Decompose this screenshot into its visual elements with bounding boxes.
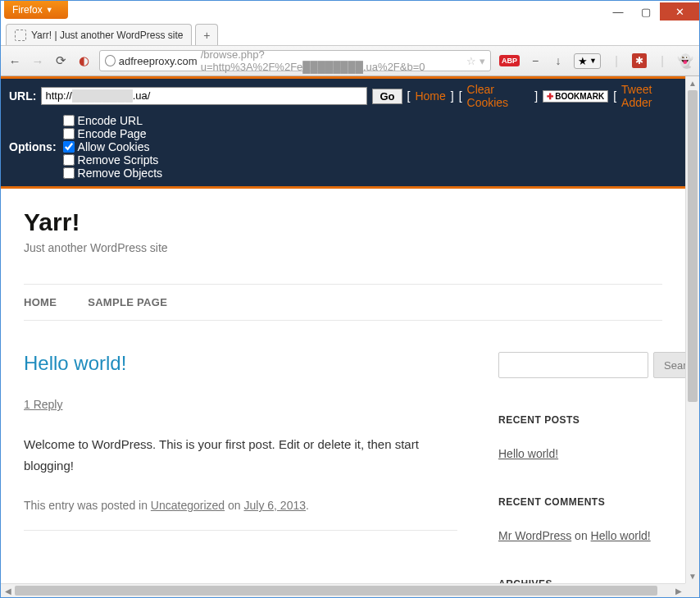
recent-posts-heading: RECENT POSTS [498, 414, 662, 426]
url-label: URL: [9, 89, 36, 103]
site-title[interactable]: Yarr! [24, 208, 662, 236]
comment-post-link[interactable]: Hello world! [591, 529, 651, 542]
tab-title: Yarr! | Just another WordPress site [31, 30, 183, 41]
category-link[interactable]: Uncategorized [151, 499, 225, 512]
reply-link[interactable]: 1 Reply [24, 398, 62, 411]
vertical-scrollbar[interactable]: ▲ ▼ [685, 76, 699, 583]
scroll-left-icon[interactable]: ◀ [1, 584, 15, 597]
search-button[interactable]: Search [653, 352, 685, 378]
chevron-down-icon: ▼ [46, 6, 53, 14]
adblock-icon[interactable]: ABP [499, 55, 520, 66]
tab-bar: Yarr! | Just another WordPress site + [1, 22, 699, 45]
maximize-button[interactable]: ▢ [632, 2, 660, 21]
checkbox[interactable] [63, 115, 75, 126]
browser-tab[interactable]: Yarr! | Just another WordPress site [6, 24, 192, 45]
address-bar[interactable]: adfreeproxy.com/browse.php?u=http%3A%2F%… [99, 50, 491, 71]
search-input[interactable] [498, 352, 648, 378]
go-button[interactable]: Go [372, 89, 402, 104]
recent-comment: Mr WordPress on Hello world! [498, 529, 662, 542]
back-button[interactable]: ← [7, 53, 22, 68]
post-title[interactable]: Hello world! [24, 352, 457, 375]
favicon-icon [15, 30, 26, 41]
recent-post-link[interactable]: Hello world! [498, 447, 662, 460]
extension-icon[interactable]: ◐ [76, 53, 91, 68]
address-path: /browse.php?u=http%3A%2F%2Fe████████.ua%… [201, 48, 460, 73]
checkbox[interactable] [63, 128, 75, 139]
checkbox-label: Encode URL [78, 114, 143, 127]
close-button[interactable]: ✕ [660, 2, 699, 21]
page-content: Yarr! Just another WordPress site HOME S… [1, 189, 685, 583]
option-remove-scripts[interactable]: Remove Scripts [63, 153, 162, 167]
bookmark-button[interactable]: ✚BOOKMARK [543, 90, 608, 103]
bookmark-star-icon[interactable]: ☆ [466, 55, 476, 67]
checkbox[interactable] [63, 141, 75, 153]
scrollbar-thumb[interactable] [688, 90, 698, 402]
proxy-home-link[interactable]: Home [415, 89, 445, 103]
post-footer: This entry was posted in Uncategorized o… [24, 499, 457, 531]
proxy-toolbar: URL: http://████████.ua/ Go [Home] [Clea… [1, 76, 685, 189]
option-allow-cookies[interactable]: Allow Cookies [63, 140, 162, 153]
navigation-toolbar: ← → ⟳ ◐ adfreeproxy.com/browse.php?u=htt… [1, 45, 699, 76]
firefox-menu-button[interactable]: Firefox ▼ [4, 1, 68, 19]
options-label: Options: [9, 140, 57, 153]
checkbox-label: Remove Objects [78, 167, 162, 180]
address-dropdown-icon[interactable]: ▾ [480, 55, 485, 67]
option-remove-objects[interactable]: Remove Objects [63, 167, 162, 180]
ghostery-icon[interactable]: 👻 [678, 53, 693, 68]
lastpass-icon[interactable]: ✱ [632, 53, 647, 68]
post-body: Welcome to WordPress. This is your first… [24, 434, 457, 476]
minus-icon[interactable]: − [528, 53, 543, 68]
firefox-label: Firefox [12, 4, 43, 16]
nav-sample-page[interactable]: SAMPLE PAGE [88, 296, 167, 308]
checkbox-label: Encode Page [78, 127, 147, 140]
horizontal-scrollbar[interactable]: ◀ ▶ [1, 583, 685, 597]
option-encode-page[interactable]: Encode Page [63, 127, 162, 140]
download-icon[interactable]: ↓ [551, 53, 566, 68]
nav-home[interactable]: HOME [24, 296, 57, 308]
recent-comments-heading: RECENT COMMENTS [498, 496, 662, 508]
address-host: adfreeproxy.com [119, 55, 198, 67]
separator-icon: | [609, 53, 624, 68]
reload-button[interactable]: ⟳ [53, 53, 68, 68]
forward-button[interactable]: → [30, 53, 45, 68]
scroll-right-icon[interactable]: ▶ [671, 584, 685, 597]
separator-icon: | [655, 53, 670, 68]
checkbox[interactable] [63, 154, 75, 166]
window-titlebar: Firefox ▼ — ▢ ✕ [1, 1, 699, 22]
scroll-up-icon[interactable]: ▲ [686, 76, 699, 90]
clear-cookies-link[interactable]: Clear Cookies [467, 83, 530, 109]
minimize-button[interactable]: — [604, 2, 632, 21]
site-tagline: Just another WordPress site [24, 241, 662, 254]
globe-icon [105, 55, 116, 66]
tweet-adder-link[interactable]: Tweet Adder [621, 83, 677, 109]
checkbox[interactable] [63, 167, 75, 179]
checkbox-label: Allow Cookies [78, 140, 150, 153]
option-encode-url[interactable]: Encode URL [63, 114, 162, 127]
proxy-url-input[interactable]: http://████████.ua/ [41, 87, 367, 105]
scrollbar-thumb[interactable] [15, 586, 657, 596]
checkbox-label: Remove Scripts [78, 153, 159, 167]
post-date-link[interactable]: July 6, 2013 [244, 499, 307, 512]
scrollbar-corner [685, 583, 699, 597]
site-nav: HOME SAMPLE PAGE [24, 284, 662, 321]
scroll-down-icon[interactable]: ▼ [686, 569, 699, 583]
bookmarks-menu-button[interactable]: ★▼ [574, 53, 601, 69]
comment-author-link[interactable]: Mr WordPress [498, 529, 571, 542]
new-tab-button[interactable]: + [195, 24, 218, 45]
